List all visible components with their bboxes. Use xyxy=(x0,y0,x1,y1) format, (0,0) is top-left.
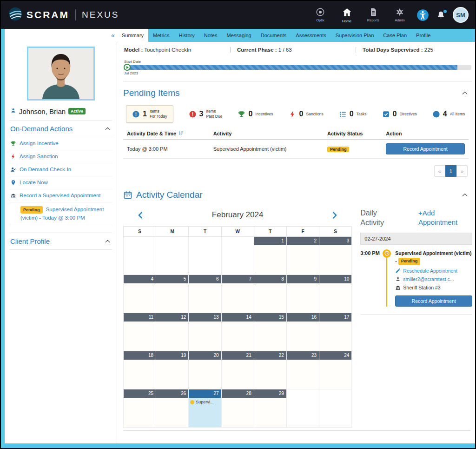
calendar-day-cell[interactable]: 20 xyxy=(189,351,221,389)
calendar-day-cell[interactable]: 24 xyxy=(319,351,352,389)
tab-messaging[interactable]: Messaging xyxy=(222,29,256,42)
calendar-day-cell[interactable]: 15 xyxy=(254,313,287,351)
pagination-page-1[interactable]: 1 xyxy=(445,165,456,177)
previous-month-button[interactable] xyxy=(136,211,145,220)
calendar-day-cell[interactable]: 16 xyxy=(287,313,319,351)
calendar-day-cell[interactable]: 18 xyxy=(124,351,156,389)
action-assign-sanction[interactable]: Assign Sanction xyxy=(9,150,112,163)
sort-icon[interactable] xyxy=(178,130,184,136)
accessibility-button[interactable] xyxy=(416,9,429,21)
event-dot-icon xyxy=(190,400,194,404)
calendar-day-cell[interactable]: 6 xyxy=(189,275,221,313)
stat-tasks[interactable]: 0 Tasks xyxy=(339,110,367,118)
nav-home[interactable]: Home xyxy=(337,7,357,23)
calendar-day-number: 19 xyxy=(156,351,188,360)
user-avatar[interactable]: SM xyxy=(453,7,469,23)
collapse-pending-items-button[interactable] xyxy=(460,88,469,98)
brand-logo: SCRAM NEXUS xyxy=(8,7,119,23)
calendar-day-cell[interactable]: 1 xyxy=(254,237,287,275)
calendar-day-cell[interactable]: 21 xyxy=(222,351,254,389)
contact-link[interactable]: smiller2@scramtest.c... xyxy=(395,276,472,282)
tab-metrics[interactable]: Metrics xyxy=(148,29,174,42)
calendar-day-number: 16 xyxy=(287,313,319,322)
calendar-day-cell[interactable]: 4 xyxy=(124,275,156,313)
calendar-day-cell[interactable]: 17 xyxy=(319,313,352,351)
calendar-day-cell[interactable]: 29 xyxy=(254,389,287,428)
stat-incentives[interactable]: 0 Incentives xyxy=(238,110,273,118)
action-record-supervised-appointment[interactable]: Record a Supervised Appointment xyxy=(9,189,112,202)
calendar-day-cell[interactable]: 13 xyxy=(189,313,221,351)
pending-items-section: Pending Items 1 ItemsFor Today 3 ItemsPa… xyxy=(123,88,472,177)
stat-all-items[interactable]: 4 All Items xyxy=(432,110,465,118)
record-appointment-button[interactable]: Record Appointment xyxy=(386,143,465,154)
calendar-day-cell[interactable]: 10 xyxy=(319,275,352,313)
pagination-prev-button[interactable]: « xyxy=(434,165,445,177)
current-phase-info: Current Phase : 1 / 63 xyxy=(230,47,356,53)
pagination-next-button[interactable]: » xyxy=(456,165,468,177)
add-appointment-link[interactable]: +Add Appointment xyxy=(418,208,472,228)
next-month-button[interactable] xyxy=(330,211,339,220)
tab-supervision-plan[interactable]: Supervision Plan xyxy=(331,29,379,42)
calendar-day-cell[interactable]: 28 xyxy=(222,389,254,428)
admin-gears-icon xyxy=(395,7,404,17)
calendar-week-row: 4 5 6 7 8 9 10 xyxy=(123,275,352,313)
calendar-day-cell[interactable]: 11 xyxy=(124,313,156,351)
stat-items-for-today[interactable]: 1 ItemsFor Today xyxy=(126,105,173,123)
bolt-icon xyxy=(289,110,297,118)
brand-scram-text: SCRAM xyxy=(26,9,69,20)
pending-appointment-link[interactable]: Pending Supervised Appointment (victim) … xyxy=(9,202,112,226)
tab-notes[interactable]: Notes xyxy=(199,29,222,42)
tab-assessments[interactable]: Assessments xyxy=(291,29,331,42)
person-icon xyxy=(10,107,16,115)
calendar-day-number: 21 xyxy=(222,351,254,360)
calendar-empty-cell xyxy=(287,389,319,428)
stat-items-past-due[interactable]: 3 ItemsPast Due xyxy=(189,109,223,119)
nav-reports[interactable]: Reports xyxy=(364,7,383,22)
calendar-day-cell[interactable]: 19 xyxy=(156,351,189,389)
total-days-info: Total Days Supervised : 225 xyxy=(356,47,440,53)
calendar-day-cell[interactable]: 14 xyxy=(222,313,254,351)
action-on-demand-check-in[interactable]: On Demand Check-In xyxy=(9,163,112,176)
trophy-icon xyxy=(238,110,245,118)
tab-summary[interactable]: Summary xyxy=(117,29,148,42)
calendar-day-number: 5 xyxy=(156,275,188,283)
client-profile-header[interactable]: Client Profile xyxy=(9,233,112,250)
notifications-bell[interactable] xyxy=(436,10,446,20)
calendar-day-cell[interactable]: 12 xyxy=(156,313,189,351)
stat-directives[interactable]: 0 Directives xyxy=(382,110,417,118)
calendar-day-number: 15 xyxy=(254,313,286,322)
tab-documents[interactable]: Documents xyxy=(256,29,291,42)
column-activity-datetime: Activity Date & Time xyxy=(123,127,210,140)
on-demand-actions-header[interactable]: On-Demand Actions xyxy=(9,120,112,137)
action-locate-now[interactable]: Locate Now xyxy=(9,176,112,189)
calendar-month-label: February 2024 xyxy=(145,210,330,220)
tab-bar: Summary Metrics History Notes Messaging … xyxy=(117,29,475,42)
calendar-day-cell[interactable]: 22 xyxy=(254,351,287,389)
sidebar-collapse-button[interactable]: « xyxy=(109,30,117,41)
tab-case-plan[interactable]: Case Plan xyxy=(378,29,411,42)
tab-history[interactable]: History xyxy=(174,29,199,42)
calendar-day-cell[interactable]: 26 xyxy=(156,389,189,428)
collapse-calendar-button[interactable] xyxy=(460,190,469,200)
calendar-day-cell[interactable]: 8 xyxy=(254,275,287,313)
stat-sanctions[interactable]: 0 Sanctions xyxy=(289,110,324,118)
calendar-event-chip[interactable]: Supervi... xyxy=(189,398,221,407)
reschedule-appointment-link[interactable]: Reschedule Appointment xyxy=(395,268,472,274)
month-calendar: February 2024 S M T W T F S xyxy=(123,207,352,428)
calendar-day-cell[interactable]: 25 xyxy=(124,389,156,428)
calendar-day-cell-selected[interactable]: 27 Supervi... xyxy=(189,389,221,428)
calendar-day-cell[interactable]: 5 xyxy=(156,275,189,313)
calendar-day-number: 27 xyxy=(189,389,221,398)
calendar-day-cell[interactable]: 3 xyxy=(319,237,352,275)
tab-profile[interactable]: Profile xyxy=(411,29,435,42)
calendar-day-number: 25 xyxy=(124,389,156,398)
action-assign-incentive[interactable]: Assign Incentive xyxy=(9,137,112,150)
nav-optix[interactable]: Optix xyxy=(311,7,330,22)
calendar-day-cell[interactable]: 9 xyxy=(287,275,319,313)
person-icon xyxy=(395,276,401,282)
calendar-day-cell[interactable]: 7 xyxy=(222,275,254,313)
nav-admin[interactable]: Admin xyxy=(390,7,410,22)
calendar-day-cell[interactable]: 2 xyxy=(287,237,319,275)
calendar-day-cell[interactable]: 23 xyxy=(287,351,319,389)
record-appointment-button[interactable]: Record Appointment xyxy=(395,295,472,307)
